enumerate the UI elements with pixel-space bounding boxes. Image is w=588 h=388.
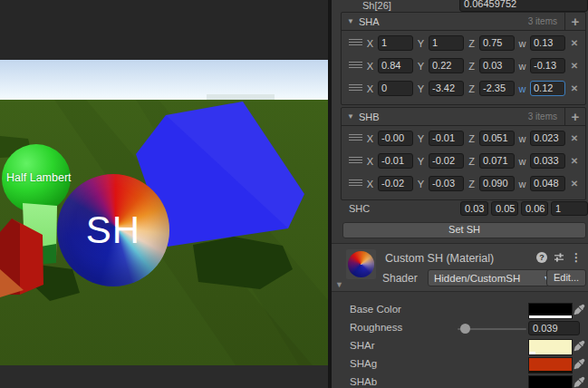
roughness-value-field[interactable]: 0.039: [528, 321, 580, 335]
delete-element-button[interactable]: ✕: [569, 61, 580, 71]
axis-label-z: Z: [468, 156, 476, 167]
shag-color-swatch[interactable]: [528, 357, 573, 373]
shb-1-x-field[interactable]: -0.01: [378, 153, 413, 169]
material-preview-sphere: [348, 251, 374, 277]
drag-handle-icon[interactable]: [349, 84, 362, 92]
foldout-icon[interactable]: ▼: [347, 112, 354, 121]
roughness-slider-handle[interactable]: [460, 324, 470, 334]
axis-label-y: Y: [417, 61, 425, 72]
shb-2-y-field[interactable]: -0.03: [429, 176, 464, 191]
axis-label-x: X: [366, 179, 374, 189]
shb-1-w-field[interactable]: 0.033: [530, 153, 565, 169]
sha-title: SHA: [359, 16, 380, 27]
sha-row-1: X 0.84 Y 0.22 Z 0.03 w -0.13 ✕: [349, 58, 580, 73]
sha-1-z-field[interactable]: 0.03: [479, 58, 515, 73]
shc-field-3[interactable]: 1: [551, 201, 588, 216]
sha-header[interactable]: ▼ SHA 3 items +: [342, 13, 585, 31]
set-sh-button[interactable]: Set SH: [342, 222, 586, 238]
drag-handle-icon[interactable]: [349, 134, 362, 142]
sha-items-count: 3 items: [528, 16, 564, 26]
shab-row: SHAb: [332, 375, 588, 388]
sha-0-y-field[interactable]: 1: [429, 35, 464, 51]
shb-2-w-field[interactable]: 0.048: [530, 176, 565, 191]
eyedropper-icon[interactable]: [574, 376, 585, 388]
material-title: Custom SH (Material): [385, 252, 494, 265]
shader-dropdown-value: Hidden/CustomSH: [434, 271, 520, 286]
axis-label-z: Z: [468, 38, 476, 49]
sh-sphere-label: SH: [86, 211, 140, 249]
shb-1-z-field[interactable]: 0.071: [479, 153, 515, 169]
shb-0-w-field[interactable]: 0.023: [530, 131, 565, 146]
shader-edit-button[interactable]: Edit...: [546, 269, 586, 286]
sha-0-z-field[interactable]: 0.75: [479, 35, 515, 51]
sh26-value-field[interactable]: 0.06459752: [459, 0, 588, 12]
shab-color-swatch[interactable]: [528, 375, 573, 388]
shb-0-z-field[interactable]: 0.051: [479, 131, 515, 146]
shb-title: SHB: [359, 112, 380, 122]
sha-1-w-field[interactable]: -0.13: [530, 58, 565, 73]
shc-field-1[interactable]: 0.05: [491, 201, 518, 216]
axis-label-w: w: [518, 83, 526, 94]
drag-handle-icon[interactable]: [349, 62, 362, 70]
sha-1-y-field[interactable]: 0.22: [429, 58, 464, 73]
axis-label-x: X: [366, 133, 374, 144]
shc-field-2[interactable]: 0.06: [521, 201, 548, 216]
shar-color-swatch[interactable]: [528, 339, 573, 355]
delete-element-button[interactable]: ✕: [569, 133, 580, 143]
shb-2-x-field[interactable]: -0.02: [378, 176, 413, 191]
sha-2-x-field[interactable]: 0: [378, 81, 413, 96]
horizon-strip: [207, 94, 275, 100]
sh26-label: Sh[26]: [362, 0, 391, 11]
axis-label-y: Y: [417, 38, 425, 49]
add-element-button[interactable]: +: [564, 13, 585, 30]
help-icon[interactable]: ?: [536, 252, 547, 263]
delete-element-button[interactable]: ✕: [569, 179, 580, 189]
shader-dropdown[interactable]: Hidden/CustomSH ▾: [428, 269, 554, 286]
foldout-icon[interactable]: ▼: [347, 17, 354, 25]
axis-label-x: X: [366, 38, 374, 49]
delete-element-button[interactable]: ✕: [569, 156, 580, 166]
drag-handle-icon[interactable]: [349, 179, 362, 188]
base-color-swatch[interactable]: [528, 303, 573, 319]
base-color-label: Base Color: [350, 304, 401, 315]
sha-section: ▼ SHA 3 items + X 1 Y 1 Z 0.75 w 0.13 ✕: [341, 12, 586, 105]
eyedropper-icon[interactable]: [574, 358, 585, 370]
alpha-bar: [529, 371, 572, 373]
axis-label-w: w: [518, 156, 526, 167]
sha-row-0: X 1 Y 1 Z 0.75 w 0.13 ✕: [349, 35, 580, 51]
base-color-row: Base Color: [332, 303, 588, 318]
shb-0-x-field[interactable]: -0.00: [378, 131, 413, 146]
drag-handle-icon[interactable]: [349, 157, 362, 165]
sha-2-y-field[interactable]: -3.42: [429, 81, 464, 96]
sha-0-x-field[interactable]: 1: [378, 35, 413, 51]
sha-1-x-field[interactable]: 0.84: [378, 58, 413, 73]
shb-header[interactable]: ▼ SHB 3 items +: [342, 108, 585, 126]
delete-element-button[interactable]: ✕: [569, 83, 580, 93]
shb-2-z-field[interactable]: 0.090: [479, 176, 515, 191]
sha-0-w-field[interactable]: 0.13: [530, 35, 565, 51]
axis-label-x: X: [366, 156, 374, 167]
axis-label-w: w: [518, 133, 526, 144]
shar-label: SHAr: [350, 340, 374, 351]
shc-label: SHC: [349, 203, 370, 214]
eyedropper-icon[interactable]: [574, 340, 585, 352]
shc-field-0[interactable]: 0.03: [460, 201, 488, 216]
shb-0-y-field[interactable]: -0.01: [429, 131, 464, 146]
add-element-button[interactable]: +: [564, 108, 585, 125]
unity-editor-window: SH Half Lambert Sh[26] 0.06459752 ▼ SHA …: [0, 0, 588, 388]
inspector-panel: Sh[26] 0.06459752 ▼ SHA 3 items + X 1 Y …: [332, 0, 588, 388]
eyedropper-icon[interactable]: [574, 304, 585, 315]
axis-label-z: Z: [468, 179, 476, 189]
drag-handle-icon[interactable]: [349, 39, 362, 47]
material-preview-icon: [346, 249, 376, 279]
axis-label-x: X: [366, 83, 374, 94]
sha-2-w-field-focused[interactable]: 0.12: [530, 81, 565, 96]
shag-label: SHAg: [350, 358, 377, 369]
material-foldout-icon[interactable]: ▼: [335, 280, 343, 289]
shb-items-count: 3 items: [528, 112, 564, 121]
shb-1-y-field[interactable]: -0.02: [429, 153, 464, 169]
presets-icon[interactable]: [554, 252, 564, 263]
kebab-menu-icon[interactable]: ⋮: [571, 251, 582, 264]
sha-2-z-field[interactable]: -2.35: [479, 81, 515, 96]
delete-element-button[interactable]: ✕: [569, 38, 580, 48]
